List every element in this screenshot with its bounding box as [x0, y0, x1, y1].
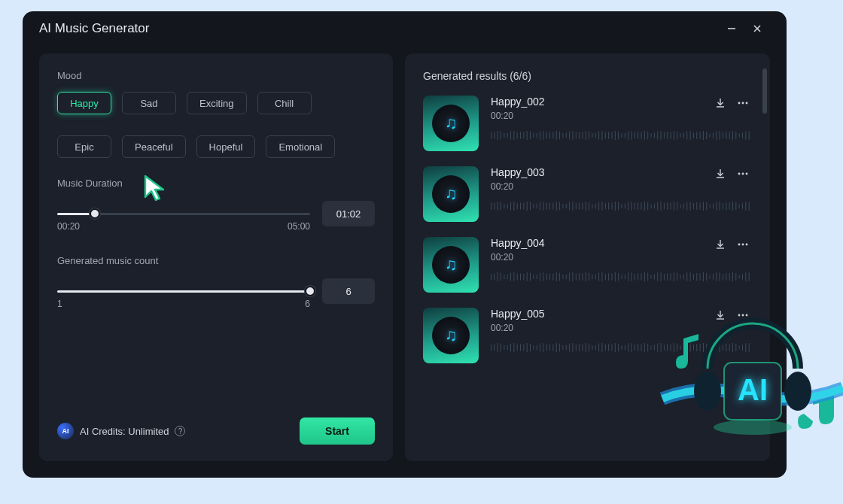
svg-rect-191 — [562, 275, 563, 279]
svg-rect-315 — [696, 344, 697, 351]
svg-rect-151 — [703, 202, 704, 211]
svg-rect-25 — [562, 133, 563, 138]
minimize-button[interactable] — [719, 16, 744, 41]
track-waveform[interactable] — [491, 126, 752, 145]
more-icon[interactable] — [737, 168, 749, 180]
start-button[interactable]: Start — [300, 417, 375, 445]
svg-rect-144 — [680, 204, 681, 208]
svg-rect-53 — [654, 133, 655, 138]
svg-rect-319 — [710, 346, 711, 350]
mood-option-epic[interactable]: Epic — [57, 135, 111, 158]
help-icon[interactable]: ? — [175, 426, 185, 436]
svg-rect-307 — [671, 344, 671, 351]
mood-option-exciting[interactable]: Exciting — [187, 92, 247, 114]
svg-rect-194 — [572, 272, 573, 281]
svg-rect-107 — [559, 202, 560, 211]
mood-option-emotional[interactable]: Emotional — [266, 135, 335, 158]
svg-rect-258 — [510, 344, 511, 352]
svg-rect-170 — [494, 274, 495, 281]
svg-rect-145 — [683, 204, 684, 209]
svg-rect-217 — [647, 273, 648, 281]
svg-rect-78 — [735, 132, 736, 139]
svg-rect-203 — [601, 272, 602, 281]
svg-rect-192 — [566, 275, 567, 279]
svg-rect-180 — [527, 272, 528, 281]
mood-options: HappySadExcitingChillEpicPeacefulHopeful… — [57, 92, 375, 158]
svg-rect-62 — [683, 133, 684, 138]
track-thumbnail: ♫ — [423, 96, 479, 151]
download-icon[interactable] — [714, 97, 726, 109]
svg-rect-304 — [661, 343, 662, 352]
result-item[interactable]: ♫ Happy_002 00:20 — [423, 96, 752, 151]
svg-rect-268 — [543, 343, 543, 352]
svg-rect-225 — [674, 272, 674, 281]
track-waveform[interactable] — [491, 196, 752, 216]
more-icon[interactable] — [737, 238, 749, 250]
svg-rect-76 — [729, 132, 730, 139]
svg-rect-172 — [501, 273, 501, 281]
svg-rect-79 — [739, 134, 740, 138]
more-icon[interactable] — [737, 309, 749, 321]
download-icon[interactable] — [714, 309, 726, 321]
result-item[interactable]: ♫ Happy_005 00:20 — [423, 308, 752, 363]
download-icon[interactable] — [714, 168, 726, 180]
svg-rect-18 — [540, 132, 540, 140]
title-bar: AI Music Generator — [23, 11, 787, 46]
more-icon[interactable] — [737, 97, 749, 109]
svg-rect-227 — [680, 275, 681, 278]
music-note-icon: ♫ — [445, 184, 458, 204]
mood-option-hopeful[interactable]: Hopeful — [196, 135, 256, 158]
svg-rect-177 — [517, 274, 518, 281]
svg-rect-264 — [530, 344, 531, 352]
svg-rect-143 — [677, 202, 677, 210]
result-item[interactable]: ♫ Happy_003 00:20 — [423, 166, 752, 222]
mood-option-sad[interactable]: Sad — [122, 92, 176, 114]
svg-rect-313 — [690, 343, 691, 352]
svg-rect-87 — [494, 203, 495, 210]
svg-rect-259 — [513, 343, 514, 352]
svg-rect-146 — [686, 202, 687, 210]
svg-rect-184 — [540, 273, 540, 281]
count-slider[interactable]: 1 6 — [57, 282, 310, 300]
result-item[interactable]: ♫ Happy_004 00:20 — [423, 237, 752, 293]
count-max-label: 6 — [305, 299, 310, 309]
close-button[interactable] — [744, 16, 770, 41]
duration-label: Music Duration — [57, 178, 375, 189]
svg-rect-283 — [592, 345, 592, 350]
svg-rect-28 — [572, 131, 573, 140]
svg-rect-22 — [552, 132, 553, 138]
svg-rect-15 — [530, 132, 531, 140]
download-icon[interactable] — [714, 238, 726, 250]
duration-slider[interactable]: 00:20 05:00 — [57, 205, 310, 223]
svg-rect-42 — [618, 132, 619, 139]
svg-rect-266 — [537, 345, 537, 350]
track-waveform[interactable] — [491, 338, 752, 357]
svg-rect-306 — [667, 344, 668, 351]
svg-rect-45 — [628, 131, 628, 139]
mood-option-peaceful[interactable]: Peaceful — [122, 135, 186, 158]
results-scrollbar[interactable] — [762, 68, 767, 446]
svg-rect-99 — [533, 204, 534, 208]
track-waveform[interactable] — [491, 267, 752, 287]
count-value: 6 — [322, 278, 375, 304]
mood-option-chill[interactable]: Chill — [257, 92, 312, 114]
svg-rect-228 — [683, 275, 684, 280]
svg-rect-59 — [674, 131, 674, 140]
svg-rect-187 — [549, 273, 550, 280]
svg-rect-218 — [651, 275, 652, 278]
svg-rect-269 — [546, 345, 547, 351]
svg-rect-265 — [533, 345, 534, 350]
svg-rect-100 — [537, 204, 537, 208]
svg-rect-196 — [579, 273, 580, 280]
svg-rect-150 — [700, 202, 701, 210]
svg-rect-67 — [700, 132, 701, 139]
svg-rect-186 — [546, 274, 547, 281]
svg-rect-282 — [589, 344, 589, 352]
svg-rect-64 — [690, 131, 691, 140]
svg-rect-289 — [611, 344, 612, 351]
mood-option-happy[interactable]: Happy — [57, 92, 111, 114]
svg-rect-198 — [586, 272, 586, 281]
svg-rect-154 — [713, 203, 714, 208]
svg-rect-226 — [677, 273, 677, 281]
svg-rect-39 — [608, 132, 609, 139]
